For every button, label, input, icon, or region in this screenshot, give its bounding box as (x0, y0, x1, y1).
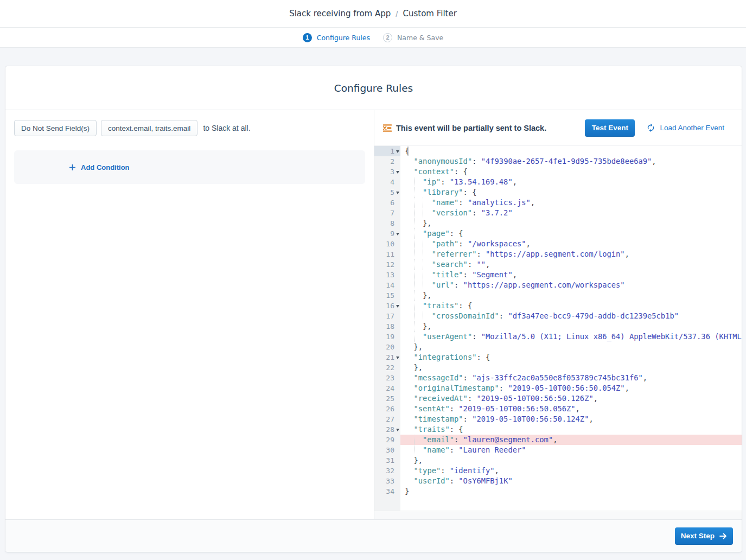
gutter-line-number: 16 (374, 301, 400, 311)
gutter-line-number: 33 (374, 476, 400, 486)
gutter-line-number: 10 (374, 239, 400, 249)
code-line: "type": "identify", (405, 466, 742, 476)
card-footer: Next Step (5, 519, 742, 552)
breadcrumb-separator: / (396, 9, 398, 18)
fold-toggle-icon[interactable] (396, 171, 399, 174)
gutter-line-number: 31 (374, 455, 400, 466)
gutter-line-number: 20 (374, 342, 400, 352)
code-line: }, (405, 362, 742, 373)
code-line: "originalTimestamp": "2019-05-10T00:56:5… (405, 383, 742, 393)
gutter-line-number: 12 (374, 259, 400, 270)
configure-rules-card: Configure Rules Do Not Send Field(s) con… (5, 66, 742, 552)
gutter-line-number: 17 (374, 311, 400, 321)
code-line: "library": { (405, 187, 742, 198)
breadcrumb-current-page: Custom Filter (403, 9, 456, 18)
gutter-line-number: 18 (374, 321, 400, 332)
code-line: "name": "analytics.js", (405, 198, 742, 208)
gutter-line-number: 6 (374, 198, 400, 208)
gutter-line-number: 25 (374, 393, 400, 404)
gutter-line-number: 23 (374, 373, 400, 383)
step-2-badge: 2 (383, 33, 392, 42)
code-line: }, (405, 321, 742, 332)
code-line: "version": "3.7.2" (405, 208, 742, 218)
filter-rules-panel: Do Not Send Field(s) context.email, trai… (5, 110, 374, 519)
next-step-button[interactable]: Next Step (675, 527, 733, 545)
step-2-label: Name & Save (397, 34, 443, 42)
code-line: "context": { (405, 167, 742, 177)
breadcrumb-bar: Slack receiving from App / Custom Filter (0, 0, 746, 28)
code-line: "userAgent": "Mozilla/5.0 (X11; Linux x8… (405, 332, 742, 342)
gutter-line-number: 22 (374, 362, 400, 373)
add-condition-button[interactable]: Add Condition (69, 163, 130, 171)
add-condition-area: Add Condition (14, 150, 365, 184)
fold-toggle-icon[interactable] (396, 150, 399, 153)
add-condition-label: Add Condition (81, 163, 130, 171)
fold-toggle-icon[interactable] (396, 192, 399, 194)
code-line: { (405, 146, 742, 156)
page-title: Configure Rules (334, 82, 413, 94)
wizard-stepper: 1 Configure Rules 2 Name & Save (0, 28, 746, 48)
gutter-line-number: 8 (374, 218, 400, 228)
filter-suffix-text: to Slack at all. (203, 124, 250, 132)
code-line: "title": "Segment", (405, 270, 742, 280)
gutter-line-number: 26 (374, 404, 400, 414)
gutter-line-number: 11 (374, 249, 400, 259)
editor-gutter: 1234567891011121314151617181920212223242… (374, 146, 400, 511)
code-line: "integrations": { (405, 352, 742, 362)
code-line: "timestamp": "2019-05-10T00:56:50.124Z", (405, 414, 742, 424)
step-name-and-save[interactable]: 2 Name & Save (383, 33, 443, 42)
gutter-line-number: 13 (374, 270, 400, 280)
code-line: }, (405, 455, 742, 466)
gutter-line-number: 14 (374, 280, 400, 290)
filter-action-select[interactable]: Do Not Send Field(s) (14, 120, 97, 136)
gutter-line-number: 30 (374, 445, 400, 455)
gutter-line-number: 28 (374, 424, 400, 435)
gutter-line-number: 4 (374, 177, 400, 187)
step-1-label: Configure Rules (317, 34, 370, 42)
code-line: }, (405, 342, 742, 352)
code-line: "crossDomainId": "df3a47ee-bcc9-479d-add… (405, 311, 742, 321)
event-preview-panel: This event will be partially sent to Sla… (374, 110, 742, 519)
code-line: "traits": { (405, 301, 742, 311)
code-line: "search": "", (405, 259, 742, 270)
code-line: "page": { (405, 228, 742, 239)
code-line: }, (405, 218, 742, 228)
code-line: }, (405, 290, 742, 301)
code-line: "ip": "13.54.169.48", (405, 177, 742, 187)
json-event-editor[interactable]: 1234567891011121314151617181920212223242… (374, 145, 742, 511)
fold-toggle-icon[interactable] (396, 357, 399, 359)
filter-fields-select[interactable]: context.email, traits.email (101, 120, 197, 136)
load-another-event-link[interactable]: Load Another Event (646, 123, 724, 132)
filter-rule-row: Do Not Send Field(s) context.email, trai… (14, 120, 365, 136)
step-configure-rules[interactable]: 1 Configure Rules (303, 33, 370, 42)
gutter-line-number: 9 (374, 228, 400, 239)
gutter-line-number: 5 (374, 187, 400, 198)
preview-header: This event will be partially sent to Sla… (374, 110, 742, 145)
gutter-line-number: 3 (374, 167, 400, 177)
fold-toggle-icon[interactable] (396, 233, 399, 236)
gutter-line-number: 7 (374, 208, 400, 218)
test-event-button[interactable]: Test Event (585, 119, 635, 137)
refresh-icon (646, 123, 655, 132)
arrow-right-icon (719, 533, 727, 539)
card-body: Do Not Send Field(s) context.email, trai… (5, 110, 742, 519)
gutter-line-number: 21 (374, 352, 400, 362)
gutter-line-number: 27 (374, 414, 400, 424)
code-line: "traits": { (405, 424, 742, 435)
gutter-line-number: 19 (374, 332, 400, 342)
breadcrumb-source-link[interactable]: Slack receiving from App (289, 9, 391, 18)
gutter-line-number: 2 (374, 156, 400, 167)
code-line: "userId": "OsY6MFBj1K" (405, 476, 742, 486)
editor-horizontal-scrollbar[interactable] (374, 511, 742, 519)
gutter-line-number: 15 (374, 290, 400, 301)
gutter-line-number: 32 (374, 466, 400, 476)
gutter-line-number: 29 (374, 435, 400, 445)
fold-toggle-icon[interactable] (396, 305, 399, 308)
next-step-label: Next Step (681, 532, 715, 540)
code-line: "messageId": "ajs-33ffc2ac0a550e8f053789… (405, 373, 742, 383)
fold-toggle-icon[interactable] (396, 429, 399, 431)
editor-code-area: { "anonymousId": "4f9390ae-2657-4fe1-9d9… (400, 146, 742, 511)
code-line: "path": "/workspaces", (405, 239, 742, 249)
code-line: "receivedAt": "2019-05-10T00:56:50.126Z"… (405, 393, 742, 404)
filtered-list-icon (383, 124, 392, 132)
